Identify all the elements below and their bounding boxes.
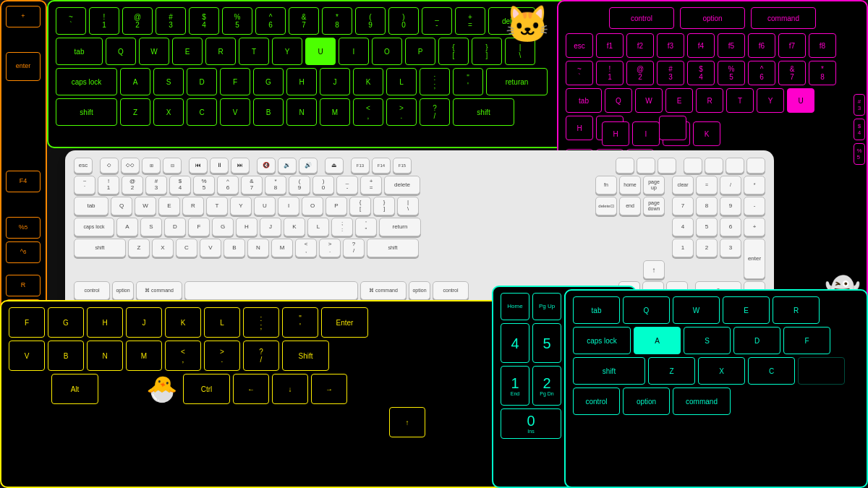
key-Q[interactable]: Q [605,88,632,113]
yk-ctrl[interactable]: Ctrl [183,374,230,404]
pk-partial-1[interactable]: #3 [854,94,865,116]
wk-delforward[interactable]: delete⊡ [595,197,617,215]
key-D[interactable]: D [187,68,217,95]
key-8[interactable]: *8 [322,7,352,35]
pk-partial-2[interactable]: $4 [854,119,865,140]
yk-left[interactable]: ← [233,374,269,404]
yk-B[interactable]: B [48,341,84,371]
wk-num8[interactable]: 8 [696,197,718,215]
key-8[interactable]: *8 [809,61,836,85]
wk-X[interactable]: X [152,239,174,257]
wk-A[interactable]: A [116,218,138,236]
wk-pgdn[interactable]: pagedown [643,197,665,215]
key-semicolon[interactable]: :; [420,68,450,95]
wk-slash[interactable]: ?/ [343,239,365,257]
wk-2[interactable]: @2 [122,176,143,194]
yk-lt[interactable]: <, [165,341,201,371]
wk-Y[interactable]: Y [230,197,252,215]
wk-M[interactable]: M [271,239,293,257]
wk-command-l[interactable]: ⌘ command [136,281,182,300]
wk-T[interactable]: T [206,197,228,215]
key-caret[interactable]: ^6 [6,241,41,263]
wk-vol-down[interactable]: 🔉 [278,158,297,174]
np-0[interactable]: 0Ins [501,408,561,439]
tk-shift[interactable]: shift [573,357,645,385]
wk-num9[interactable]: 9 [720,197,741,215]
key-capslock[interactable]: caps lock [56,68,117,95]
yk-semi[interactable]: :; [243,307,279,338]
key-C[interactable]: C [187,98,217,126]
wk-gt[interactable]: >. [319,239,341,257]
tk-W[interactable]: W [673,296,720,324]
wk-numclear[interactable] [684,158,702,174]
key-7[interactable]: &7 [778,61,806,85]
key-Y[interactable]: Y [272,38,302,65]
wk-bracketr[interactable]: }] [373,197,395,215]
wk-f7[interactable]: ⏭ [231,158,250,174]
yk-quote[interactable]: "' [282,307,318,338]
key-I[interactable]: I [632,121,660,146]
key-equals[interactable]: += [455,7,485,35]
wk-6[interactable]: ^6 [217,176,239,194]
key-f8[interactable]: f8 [809,33,836,58]
wk-f14[interactable]: F14 [372,158,391,174]
wk-f4[interactable]: ⊟ [163,158,182,174]
key-F4[interactable]: F4 [6,171,41,192]
key-tab[interactable]: tab [56,38,103,65]
wk-1[interactable]: !1 [98,176,119,194]
key-return[interactable]: returan [486,68,548,95]
key-6[interactable]: ^6 [255,7,286,35]
wk-nummul2[interactable]: * [744,176,765,194]
wk-numplus[interactable]: + [744,218,765,236]
wk-quote[interactable]: '" [355,218,377,236]
wk-3[interactable]: #3 [145,176,167,194]
wk-numminus[interactable]: - [744,197,765,215]
wk-end[interactable]: end [619,197,641,215]
wk-num4[interactable]: 4 [672,218,694,236]
yk-shift[interactable]: Shift [282,341,329,371]
wk-f6[interactable]: ⏸ [210,158,229,174]
np-1[interactable]: 1End [501,366,529,406]
wk-numclear2[interactable]: clear [672,176,694,194]
tk-tab[interactable]: tab [573,296,620,324]
wk-mute[interactable]: 🔇 [257,158,276,174]
key-I[interactable]: I [339,38,369,65]
wk-V[interactable]: V [200,239,221,257]
key-O[interactable]: O [372,38,402,65]
yk-L[interactable]: L [204,307,240,338]
tk-Z[interactable]: Z [648,357,695,385]
key-9[interactable]: (9 [355,7,386,35]
key-7[interactable]: &7 [289,7,319,35]
wk-7[interactable]: &7 [241,176,263,194]
wk-f2[interactable]: 🌣🌣 [121,158,140,174]
wk-C[interactable]: C [176,239,197,257]
wk-capslock[interactable]: caps lock [74,218,114,236]
wk-lt[interactable]: <, [295,239,317,257]
wk-numenter[interactable]: enter [744,239,765,279]
wk-pause[interactable] [658,158,676,174]
key-bracket-l[interactable]: {[ [438,38,469,65]
key-command[interactable]: command [751,7,816,29]
key-Q[interactable]: Q [106,38,136,65]
wk-prtsc[interactable] [616,158,634,174]
tk-S[interactable]: S [684,327,731,354]
key-P[interactable]: P [405,38,435,65]
key-X[interactable]: X [153,98,184,126]
tk-C[interactable]: C [748,357,795,385]
wk-R[interactable]: R [182,197,204,215]
wk-num3[interactable]: 3 [720,239,741,257]
key-V[interactable]: V [220,98,250,126]
wk-home[interactable]: home [619,176,641,194]
key-T[interactable]: T [726,88,754,113]
key-slash[interactable]: ?/ [420,98,450,126]
key-A[interactable]: A [120,68,150,95]
key-f2[interactable]: f2 [626,33,654,58]
yk-gt[interactable]: >. [204,341,240,371]
key-f4[interactable]: f4 [687,33,715,58]
tk-Q[interactable]: Q [623,296,670,324]
key-0[interactable]: )0 [388,7,419,35]
wk-semi[interactable]: ;: [331,218,353,236]
wk-eject[interactable]: ⏏ [325,158,344,174]
wk-num5[interactable]: 5 [696,218,718,236]
wk-num1[interactable]: 1 [672,239,694,257]
